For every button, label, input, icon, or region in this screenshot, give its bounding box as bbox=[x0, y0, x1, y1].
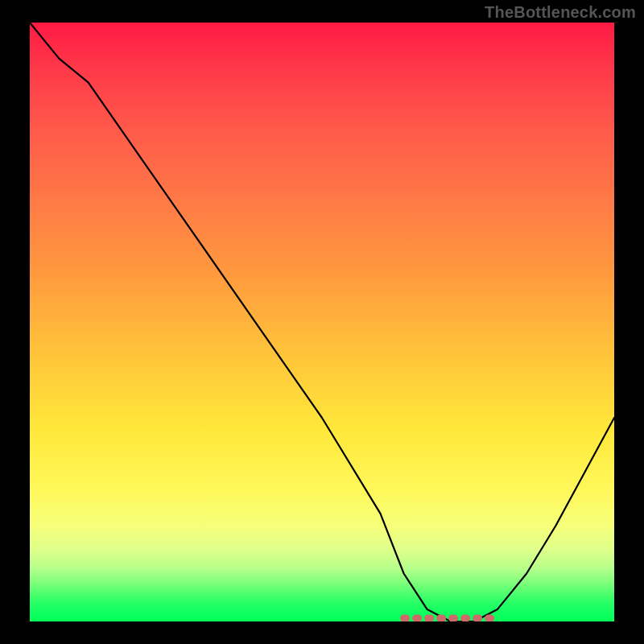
bottleneck-curve bbox=[30, 23, 614, 621]
chart-frame: TheBottleneck.com bbox=[0, 0, 644, 644]
chart-svg bbox=[30, 23, 614, 621]
plot-area bbox=[30, 23, 614, 621]
watermark-text: TheBottleneck.com bbox=[485, 3, 636, 22]
